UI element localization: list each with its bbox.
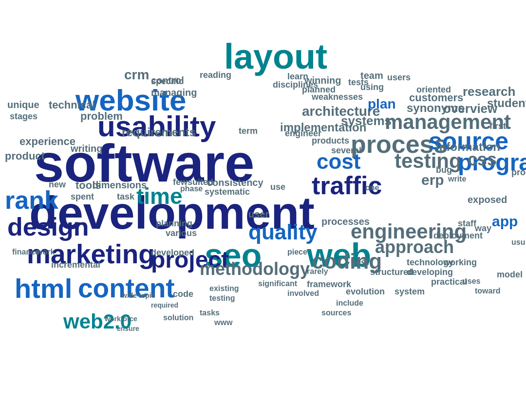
word-item: reading (200, 71, 231, 79)
word-item: technical (49, 100, 95, 110)
word-item: system (394, 287, 425, 296)
word-item: developed (151, 248, 194, 257)
word-item: css (468, 151, 497, 168)
word-item: experience (19, 136, 75, 147)
word-item: product (5, 151, 45, 162)
word-item: user (248, 209, 269, 219)
word-item: methodology (200, 260, 310, 278)
word-item: usu (511, 238, 525, 246)
word-item: several (331, 146, 361, 155)
word-item: prog (511, 168, 526, 177)
word-item: working (443, 258, 477, 267)
word-item: quality (248, 221, 318, 243)
word-item: solution (163, 314, 193, 322)
word-item: plan (368, 97, 396, 111)
word-item: bug (436, 165, 452, 174)
word-item: team (360, 71, 383, 80)
word-item: task (117, 192, 134, 201)
word-item: new (49, 180, 66, 189)
word-item: exposed (468, 195, 507, 204)
word-item: use (270, 183, 285, 191)
word-item: design (7, 214, 89, 239)
word-item: way (475, 224, 491, 233)
word-item: students (487, 97, 526, 109)
word-item: significant (258, 280, 297, 288)
word-item: problem (80, 111, 123, 122)
word-item: toward (475, 287, 500, 295)
word-item: managing (151, 88, 197, 97)
word-item: app (492, 214, 518, 229)
word-item: incremental (51, 260, 100, 269)
word-item: workforce (105, 315, 137, 322)
word-item: products (312, 136, 349, 145)
word-item: rarely (307, 268, 328, 275)
word-item: html (15, 275, 72, 302)
word-cloud-container: softwaredevelopmentwebsiteusabilitylayou… (0, 0, 526, 420)
word-item: approach (375, 238, 454, 256)
word-item: systematic (205, 187, 250, 196)
word-item: consistency (207, 178, 263, 187)
word-item: weaknesses (312, 92, 363, 101)
word-item: dimensions (93, 180, 147, 190)
word-item: processes (321, 217, 370, 226)
word-item: using (360, 83, 384, 91)
word-item: requirements (122, 127, 196, 138)
word-item: developing (407, 268, 453, 276)
word-item: planning (156, 219, 192, 228)
word-item: sources (321, 309, 351, 317)
word-item: evolution (346, 287, 385, 296)
word-item: wide (122, 292, 137, 299)
word-item: work (37, 248, 55, 256)
word-item: piece (287, 248, 307, 256)
word-item: stages (10, 112, 38, 121)
word-item: erp (421, 173, 444, 187)
word-item: specific (151, 77, 184, 86)
word-item: code (173, 290, 193, 298)
word-item: model (497, 270, 523, 279)
word-item: include (336, 299, 363, 307)
word-item: involved (287, 290, 319, 297)
word-item: practical (431, 277, 467, 286)
word-item: required (151, 302, 178, 309)
word-item: ensure (117, 325, 139, 332)
word-item: rank (5, 187, 58, 213)
word-item: information (436, 141, 500, 153)
word-item: tasks (200, 309, 220, 317)
word-item: one (365, 184, 379, 192)
word-item: best (351, 258, 369, 267)
word-item: existing (209, 285, 239, 292)
word-item: framework (307, 280, 351, 289)
word-item: spent (71, 192, 94, 201)
word-item: staff (458, 219, 476, 228)
word-item: testing (209, 294, 235, 302)
word-item: phase (180, 185, 203, 193)
word-item: term (239, 127, 258, 135)
word-item: synonyms (407, 102, 465, 114)
word-item: various (166, 229, 197, 237)
word-item: crm (124, 68, 149, 82)
word-item: unique (7, 100, 39, 110)
word-item: users (387, 73, 411, 82)
word-item: topic (139, 292, 155, 299)
word-item: www (214, 319, 232, 327)
word-item: winning (304, 75, 341, 85)
word-item: first (489, 122, 506, 130)
word-item: uses (463, 277, 480, 285)
word-item: layout (224, 39, 327, 74)
word-item: finance (12, 248, 39, 256)
word-item: oriented (416, 85, 451, 94)
word-item: write (448, 175, 466, 183)
word-item: structured (370, 268, 413, 276)
